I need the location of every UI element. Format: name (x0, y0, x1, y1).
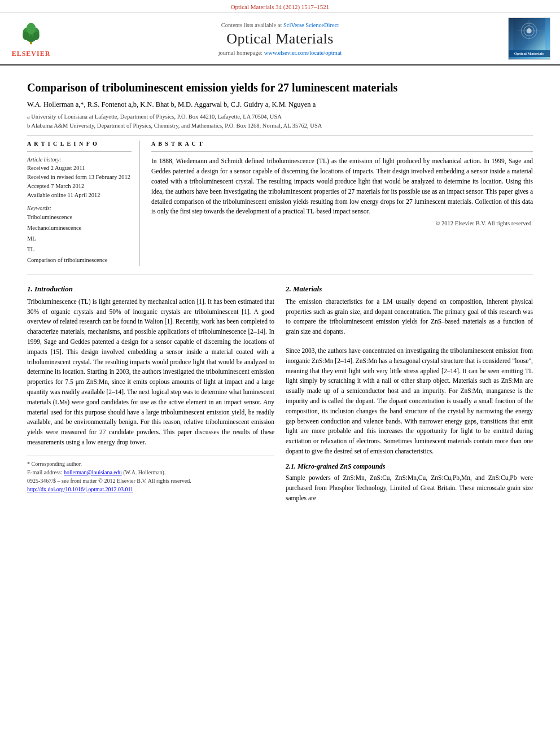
journal-cover-area: Optical Materials (504, 18, 554, 60)
elsevier-tree-icon (15, 19, 47, 46)
info-abstract-section: A R T I C L E I N F O Article history: R… (27, 141, 533, 265)
abstract-text: In 1888, Wiedemann and Schmidt defined t… (151, 156, 533, 217)
doi-line: http://dx.doi.org/10.1016/j.optmat.2012.… (27, 485, 274, 493)
main-content-columns: 1. Introduction Triboluminescence (TL) i… (27, 279, 533, 504)
article-info-panel: A R T I C L E I N F O Article history: R… (27, 141, 140, 265)
body-divider (27, 274, 533, 274)
subsection21-text: Sample powders of ZnS:Mn, ZnS:Cu, ZnS:Mn… (286, 473, 533, 503)
doi-link[interactable]: http://dx.doi.org/10.1016/j.optmat.2012.… (27, 486, 133, 492)
sciverse-link[interactable]: SciVerse ScienceDirect (283, 22, 339, 28)
section2-para2: Since 2003, the authors have concentrate… (286, 346, 533, 457)
article-info-label: A R T I C L E I N F O (27, 141, 132, 147)
authors-line: W.A. Hollerman a,*, R.S. Fontenot a,b, K… (27, 99, 533, 110)
journal-cover-image: Optical Materials (508, 18, 550, 60)
copyright-line: © 2012 Elsevier B.V. All rights reserved… (151, 220, 533, 226)
subsection21-heading: 2.1. Micro-grained ZnS compounds (286, 462, 533, 471)
section2-heading: 2. Materials (286, 285, 533, 294)
corresponding-author-note: * Corresponding author. (27, 460, 274, 468)
email-line: E-mail address: hollerman@louisiana.edu … (27, 468, 274, 477)
keywords-label: Keywords: (27, 205, 132, 211)
article-title: Comparison of triboluminescent emission … (27, 80, 533, 95)
sciverse-line: Contents lists available at SciVerse Sci… (221, 22, 339, 28)
cover-title: Optical Materials (509, 50, 550, 57)
section1-heading: 1. Introduction (27, 285, 274, 294)
citation-text: Optical Materials 34 (2012) 1517–1521 (231, 3, 330, 10)
author-email[interactable]: hollerman@louisiana.edu (64, 469, 122, 475)
cover-illustration (508, 18, 550, 50)
keyword-5: Comparison of triboluminescence (27, 255, 132, 266)
journal-header: ELSEVIER Contents lists available at Sci… (0, 13, 560, 65)
keyword-3: ML (27, 234, 132, 244)
page: Optical Materials 34 (2012) 1517–1521 EL… (0, 0, 560, 747)
keywords-list: Triboluminescence Mechanoluminescence ML… (27, 212, 132, 265)
journal-title: Optical Materials (226, 30, 334, 47)
abstract-panel: A B S T R A C T In 1888, Wiedemann and S… (151, 141, 533, 265)
article-body: Comparison of triboluminescent emission … (0, 65, 560, 509)
svg-point-6 (33, 32, 40, 40)
revised-date: Received in revised form 13 February 201… (27, 173, 132, 182)
column-left: 1. Introduction Triboluminescence (TL) i… (27, 279, 274, 504)
affiliation-a: a University of Louisiana at Lafayette, … (27, 112, 533, 121)
affiliations: a University of Louisiana at Lafayette, … (27, 112, 533, 130)
issn-line: 0925-3467/$ – see front matter © 2012 El… (27, 477, 274, 485)
keyword-1: Triboluminescence (27, 212, 132, 223)
received-date: Received 2 August 2011 (27, 164, 132, 173)
info-divider (27, 151, 132, 152)
elsevier-wordmark: ELSEVIER (12, 50, 51, 58)
homepage-url[interactable]: www.elsevier.com/locate/optmat (264, 50, 342, 56)
section2-para1: The emission characteristics for a LM us… (286, 297, 533, 337)
affiliation-b: b Alabama A&M University, Department of … (27, 121, 533, 130)
header-divider (27, 136, 533, 136)
highlight-should: should (108, 409, 125, 416)
journal-citation: Optical Materials 34 (2012) 1517–1521 (0, 0, 560, 13)
journal-info-center: Contents lists available at SciVerse Sci… (62, 18, 498, 60)
column-right: 2. Materials The emission characteristic… (286, 279, 533, 504)
homepage-line: journal homepage: www.elsevier.com/locat… (218, 50, 342, 56)
svg-point-5 (23, 32, 29, 40)
abstract-label: A B S T R A C T (151, 141, 533, 147)
elsevier-logo-area: ELSEVIER (6, 18, 56, 60)
footnote-area: * Corresponding author. E-mail address: … (27, 456, 274, 493)
section1-para1: Triboluminescence (TL) is light generate… (27, 297, 274, 448)
svg-point-4 (27, 23, 36, 34)
abstract-divider (151, 151, 533, 152)
accepted-date: Accepted 7 March 2012 (27, 182, 132, 191)
history-label: Article history: (27, 156, 132, 163)
keyword-2: Mechanoluminescence (27, 223, 132, 234)
available-date: Available online 11 April 2012 (27, 191, 132, 200)
keyword-4: TL (27, 244, 132, 255)
